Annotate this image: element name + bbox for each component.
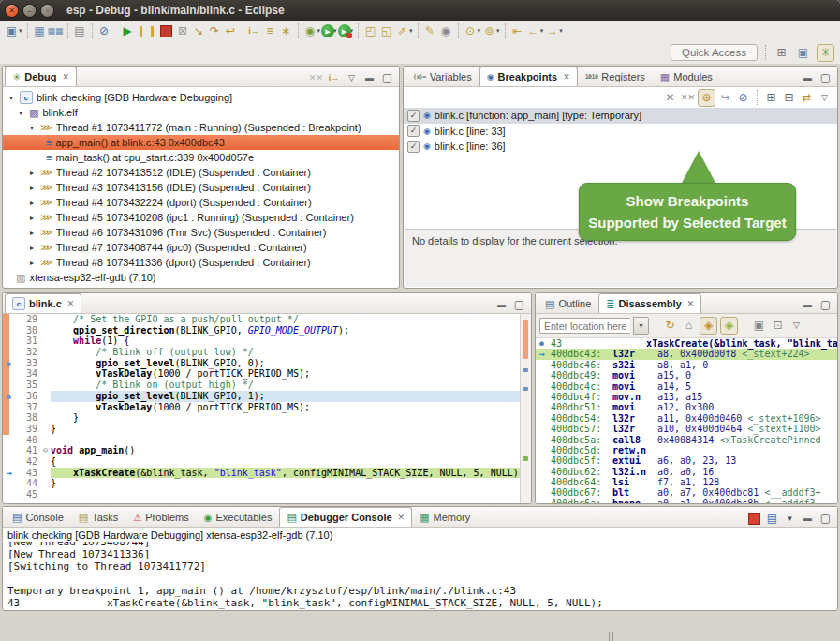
code-line[interactable]: 45 (3, 489, 531, 500)
close-tab-icon[interactable]: ✕ (62, 72, 69, 82)
breakpoint-checkbox[interactable]: ✓ (407, 110, 420, 122)
annotation-gutter[interactable] (3, 368, 15, 380)
expander-icon[interactable]: ▾ (27, 124, 37, 132)
expand-all-icon[interactable]: ⊞ (763, 90, 779, 106)
disassembly-source-row[interactable]: ●43 xTaskCreate(&blink_task, "blink_tas (536, 338, 837, 349)
breakpoint-row[interactable]: ✓◉blink.c [line: 36] (404, 139, 837, 155)
search-icon[interactable]: ◉ (438, 23, 454, 39)
console-tab-executables[interactable]: ◉Executables (197, 507, 280, 527)
code-line[interactable]: 44} (3, 478, 531, 489)
toggle-block-selection-icon[interactable]: ⊚ (481, 23, 497, 39)
breakpoint-row[interactable]: ✓◉blink.c [function: app_main] [type: Te… (404, 108, 837, 124)
terminate-icon[interactable] (748, 513, 760, 525)
disassembly-row[interactable]: 400dbc62:l32i.na0, a0, 16 (536, 467, 837, 477)
code-line[interactable]: 37 vTaskDelay(1000 / portTICK_PERIOD_MS)… (3, 402, 531, 413)
debug-tree-row[interactable]: ▸⋙Thread #8 1073411336 (dport) (Suspende… (3, 255, 399, 270)
terminate-icon[interactable] (160, 25, 172, 37)
build-icon[interactable]: ▤ (72, 23, 88, 39)
disassembly-row[interactable]: 400dbc49:movia15, 0 (536, 370, 837, 380)
minimize-view-icon[interactable]: ▬ (361, 70, 377, 86)
breakpoints-tab-modules[interactable]: ▦Modules (653, 67, 720, 86)
close-tab-icon[interactable]: ✕ (67, 299, 75, 308)
disassembly-row[interactable]: 400dbc57:l32ra10, 0x400d0464 <_stext+110… (536, 424, 837, 434)
minimize-view-icon[interactable]: ▬ (800, 511, 816, 527)
disassembly-row[interactable]: →400dbc43:l32ra8, 0x400d00f8 <_stext+224… (536, 349, 837, 359)
maximize-view-icon[interactable]: ▢ (818, 297, 833, 313)
code-line[interactable]: →43 xTaskCreate(&blink_task, "blink_task… (3, 468, 531, 479)
debug-tree-row[interactable]: ▸⋙Thread #6 1073431096 (Tmr Svc) (Suspen… (3, 225, 399, 240)
overview-ruler[interactable] (520, 314, 531, 503)
sync-context-icon[interactable]: ◈ (700, 317, 717, 335)
display-selected-console-icon[interactable]: ▤ (764, 511, 780, 527)
console-tab-debugger-console[interactable]: ▤Debugger Console✕ (279, 507, 412, 527)
maximize-view-icon[interactable]: ▢ (379, 70, 395, 86)
breakpoint-checkbox[interactable]: ✓ (407, 125, 420, 137)
disassembly-row[interactable]: 400dbc5d:retw.n (536, 445, 837, 455)
maximize-window-button[interactable]: ▫ (41, 5, 53, 17)
annotation-gutter[interactable]: → (3, 468, 15, 479)
goto-file-icon[interactable]: ↪ (717, 90, 733, 106)
debug-tree-row[interactable]: ▾▩blink.elf (3, 105, 399, 120)
expander-icon[interactable]: ▸ (27, 199, 37, 207)
code-line[interactable]: 29 /* Set the GPIO as a push/pull output… (3, 314, 531, 325)
location-input[interactable] (539, 318, 630, 334)
quick-access-button[interactable]: Quick Access (671, 44, 758, 61)
annotation-gutter[interactable] (3, 412, 15, 424)
minimize-view-icon[interactable]: ▬ (800, 297, 816, 313)
step-return-icon[interactable]: ↩ (223, 23, 239, 39)
location-dropdown-icon[interactable]: ▼ (633, 317, 649, 335)
resume-icon[interactable]: ▶ (120, 23, 136, 39)
code-line[interactable]: 34 vTaskDelay(1000 / portTICK_PERIOD_MS)… (3, 368, 531, 380)
expander-icon[interactable]: ▸ (27, 244, 37, 252)
save-all-icon[interactable]: ▦▦ (48, 23, 64, 39)
status-bar-grip[interactable] (609, 632, 613, 641)
breakpoints-tab-breakpoints[interactable]: ◉Breakpoints✕ (479, 67, 578, 86)
view-menu-icon[interactable]: ▽ (788, 318, 804, 334)
disassembly-row[interactable]: 400dbc64:lsif7, a1, 128 (536, 477, 837, 487)
console-tab-problems[interactable]: ⚠Problems (125, 507, 196, 527)
disassembly-tab-disassembly[interactable]: ≣Disassembly✕ (598, 293, 701, 313)
code-line[interactable]: 38 } (3, 412, 531, 424)
code-line[interactable]: 30 gpio_set_direction(BLINK_GPIO, GPIO_M… (3, 325, 531, 336)
code-line[interactable]: 31 while(1) { (3, 335, 531, 347)
open-folder-icon[interactable]: ◰ (362, 23, 378, 39)
debug-tree-row[interactable]: ▾⋙Thread #1 1073411772 (main : Running) … (3, 120, 399, 135)
disconnect-icon[interactable]: ⊠ (175, 23, 191, 39)
disassembly-row[interactable]: 400dbc67:blta0, a7, 0x400dbc81 <__adddf3… (536, 487, 837, 498)
code-line[interactable]: ●33 gpio_set_level(BLINK_GPIO, 0); (3, 358, 531, 369)
close-tab-icon[interactable]: ✕ (398, 513, 405, 522)
annotation-gutter[interactable] (3, 424, 15, 435)
code-line[interactable]: 40 (3, 435, 531, 446)
code-line[interactable]: 39} (3, 424, 531, 435)
code-line[interactable]: 35 /* Blink on (output high) */ (3, 380, 531, 391)
suspend-icon[interactable] (140, 26, 154, 37)
debug-tree-row-selected[interactable]: ≡app_main() at blink.c:43 0x400dbc43 (3, 135, 399, 150)
expander-icon[interactable]: ▾ (7, 94, 16, 102)
code-line[interactable]: 32 /* Blink off (output low) */ (3, 347, 531, 358)
collapse-all-icon[interactable]: ⊟ (781, 90, 797, 106)
annotation-gutter[interactable] (3, 314, 15, 325)
format-icon[interactable]: ✎ (422, 23, 438, 39)
show-supported-breakpoints-icon[interactable]: ⊛ (698, 89, 715, 107)
disassembly-row[interactable]: 400dbc46:s32ia8, a1, 0 (536, 360, 837, 370)
code-line[interactable]: 41⊖void app_main() (3, 445, 531, 456)
breakpoints-tab-registers[interactable]: 1010Registers (578, 67, 653, 86)
expander-icon[interactable]: ▸ (27, 169, 37, 177)
open-perspective-icon[interactable]: ⊞ (774, 45, 789, 61)
maximize-view-icon[interactable]: ▢ (818, 511, 833, 527)
remove-breakpoint-icon[interactable]: ✕ (662, 90, 678, 106)
step-filters-icon[interactable]: ∗ (278, 23, 294, 39)
last-edit-location-icon[interactable]: ⇤ (509, 23, 525, 39)
open-folder2-icon[interactable]: ◱ (378, 23, 394, 39)
disassembly-tab-outline[interactable]: ▤Outline (538, 293, 598, 313)
console-tab-console[interactable]: ▤Console (5, 507, 71, 527)
editor-tab-blink-c[interactable]: cblink.c✕ (5, 293, 81, 313)
annotation-gutter[interactable] (3, 435, 15, 446)
skip-all-breakpoints-icon[interactable]: ⊘ (96, 23, 112, 39)
home-icon[interactable]: ⌂ (681, 318, 697, 334)
view-menu-icon[interactable]: ▽ (817, 90, 833, 106)
disassembly-row[interactable]: 400dbc6a:bnonea0, a1, 0x400dbc8b <__addd… (536, 499, 837, 503)
breakpoint-checkbox[interactable]: ✓ (407, 141, 420, 153)
save-icon[interactable]: ▦ (32, 23, 48, 39)
minimize-view-icon[interactable]: ▬ (494, 297, 509, 313)
